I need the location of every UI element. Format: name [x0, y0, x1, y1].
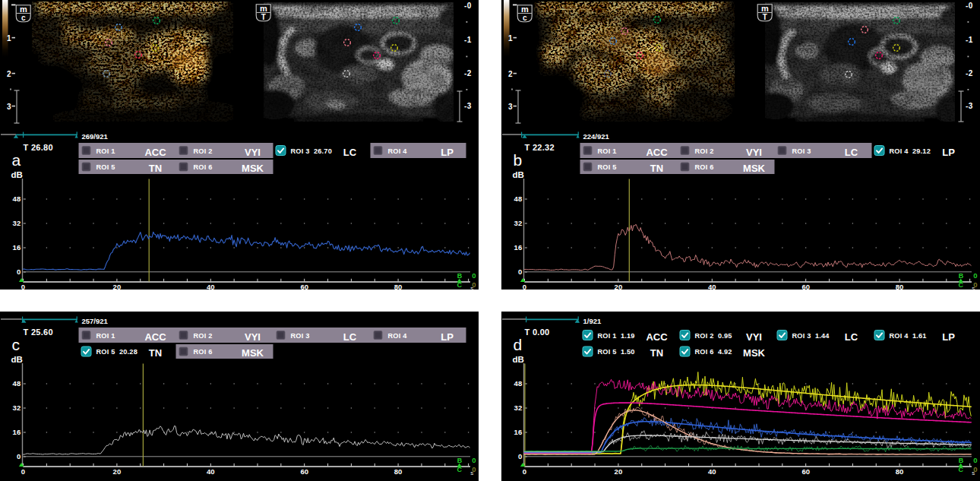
svg-text:2: 2 [508, 70, 513, 78]
svg-text:C: C [457, 281, 462, 289]
svg-text:T 0.00: T 0.00 [525, 328, 550, 337]
svg-text:MSK: MSK [743, 347, 766, 359]
svg-text:T 22.32: T 22.32 [525, 143, 555, 152]
svg-text:ROI 2: ROI 2 [194, 147, 213, 155]
svg-text:T: T [763, 13, 767, 21]
svg-text:3: 3 [508, 103, 513, 111]
svg-text:257/921: 257/921 [82, 317, 109, 325]
svg-text:0: 0 [973, 456, 977, 464]
svg-text:80: 80 [896, 467, 904, 476]
svg-text:MSK: MSK [242, 163, 264, 174]
svg-text:224/921: 224/921 [583, 132, 610, 141]
svg-text:ROI 5 1.50: ROI 5 1.50 [598, 348, 635, 356]
svg-text:TN: TN [650, 347, 663, 359]
svg-text:ROI 1 1.19: ROI 1 1.19 [598, 332, 635, 340]
svg-text:m: m [521, 5, 529, 14]
svg-text:LC: LC [343, 147, 357, 158]
svg-text:ROI 2: ROI 2 [194, 332, 213, 340]
svg-text:ROI 1: ROI 1 [598, 147, 617, 155]
svg-text:3: 3 [7, 103, 11, 111]
svg-text:40: 40 [207, 283, 215, 290]
svg-text:60: 60 [300, 283, 308, 290]
svg-text:ROI 6 4.92: ROI 6 4.92 [695, 348, 732, 356]
svg-text:a: a [12, 151, 21, 169]
svg-text:LC: LC [845, 331, 858, 343]
svg-text:m: m [761, 4, 769, 13]
svg-text:ROI 3: ROI 3 [291, 332, 310, 340]
svg-text:ACC: ACC [646, 147, 668, 158]
svg-text:2: 2 [7, 70, 11, 78]
svg-text:0: 0 [21, 283, 25, 290]
svg-text:-3: -3 [464, 102, 472, 110]
svg-text:ROI 6: ROI 6 [194, 163, 213, 171]
svg-text:-1: -1 [464, 36, 472, 44]
svg-text:48: 48 [13, 195, 21, 203]
svg-text:40: 40 [708, 467, 716, 476]
svg-text:s: s [972, 285, 975, 290]
svg-text:0: 0 [518, 267, 522, 276]
svg-text:40: 40 [207, 467, 215, 476]
svg-text:0: 0 [518, 452, 522, 460]
svg-text:40: 40 [708, 283, 716, 290]
svg-text:VYI: VYI [245, 147, 261, 158]
svg-text:269/921: 269/921 [82, 132, 109, 141]
svg-text:-3: -3 [966, 102, 973, 110]
svg-text:T 26.80: T 26.80 [24, 143, 53, 152]
svg-text:32: 32 [13, 403, 21, 412]
svg-text:dB: dB [513, 170, 524, 179]
svg-text:LP: LP [441, 147, 454, 158]
svg-text:LP: LP [942, 331, 955, 343]
svg-text:80: 80 [394, 467, 403, 476]
svg-text:ACC: ACC [144, 331, 166, 343]
svg-text:LP: LP [441, 331, 454, 343]
svg-text:80: 80 [394, 283, 403, 290]
svg-text:c: c [12, 336, 21, 353]
svg-text:ROI 6: ROI 6 [695, 163, 714, 171]
svg-text:1: 1 [7, 34, 11, 43]
svg-text:LC: LC [343, 331, 357, 343]
svg-text:m: m [260, 4, 267, 13]
svg-text:60: 60 [801, 283, 810, 290]
svg-text:B: B [457, 457, 463, 464]
svg-text:ROI 3: ROI 3 [792, 147, 811, 155]
svg-text:VYI: VYI [746, 331, 762, 343]
svg-text:32: 32 [514, 403, 523, 412]
svg-text:ROI 4: ROI 4 [388, 332, 408, 340]
svg-text:1: 1 [508, 34, 513, 43]
svg-text:20: 20 [615, 467, 623, 476]
svg-text:ROI 3 26.70: ROI 3 26.70 [291, 147, 333, 155]
svg-text:c: c [523, 14, 527, 22]
svg-text:TN: TN [149, 163, 162, 174]
svg-text:B: B [959, 457, 964, 464]
svg-text:MSK: MSK [743, 163, 766, 174]
svg-text:0: 0 [472, 271, 476, 280]
svg-text:LC: LC [845, 147, 858, 158]
svg-text:T 25.60: T 25.60 [24, 328, 53, 337]
svg-text:-2: -2 [966, 69, 973, 78]
svg-text:LP: LP [942, 147, 955, 158]
svg-text:ROI 4: ROI 4 [388, 147, 408, 155]
svg-text:TN: TN [149, 347, 162, 359]
svg-text:0: 0 [472, 456, 476, 464]
svg-text:60: 60 [300, 467, 308, 476]
svg-text:B: B [959, 272, 964, 280]
svg-text:d: d [514, 336, 523, 353]
svg-text:32: 32 [514, 219, 523, 227]
svg-text:-0: -0 [966, 2, 973, 10]
svg-text:16: 16 [514, 243, 523, 252]
svg-text:C: C [457, 466, 462, 473]
svg-text:ACC: ACC [646, 331, 668, 343]
svg-text:0: 0 [973, 271, 977, 280]
svg-text:b: b [514, 151, 523, 169]
svg-text:ROI 3 1.44: ROI 3 1.44 [792, 332, 830, 340]
svg-text:B: B [457, 272, 463, 280]
svg-text:ACC: ACC [144, 147, 166, 158]
svg-text:s: s [470, 285, 473, 290]
svg-text:48: 48 [514, 379, 523, 388]
svg-text:-2: -2 [464, 69, 472, 78]
svg-text:20: 20 [113, 467, 122, 476]
svg-text:ROI 6: ROI 6 [194, 348, 213, 356]
svg-text:ROI 2 0.95: ROI 2 0.95 [695, 332, 732, 340]
svg-text:80: 80 [896, 283, 904, 290]
svg-text:ROI 5: ROI 5 [96, 163, 115, 171]
